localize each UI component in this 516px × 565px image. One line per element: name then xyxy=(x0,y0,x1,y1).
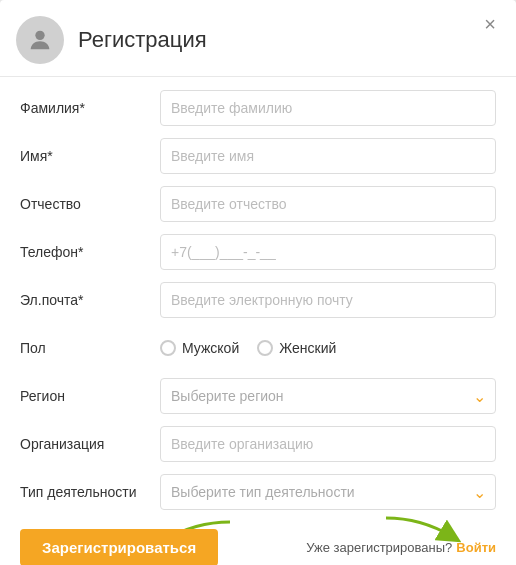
svg-point-0 xyxy=(35,31,44,40)
organization-input[interactable] xyxy=(160,426,496,462)
close-button[interactable]: × xyxy=(478,12,502,36)
gender-row: Пол Мужской Женский xyxy=(20,327,496,369)
region-select-wrapper: Выберите регион ⌄ xyxy=(160,378,496,414)
modal-header: Регистрация × xyxy=(0,0,516,77)
activity-row: Тип деятельности Выберите тип деятельнос… xyxy=(20,471,496,513)
region-label: Регион xyxy=(20,388,160,404)
gender-female-option[interactable]: Женский xyxy=(257,340,336,356)
gender-female-label: Женский xyxy=(279,340,336,356)
gender-male-option[interactable]: Мужской xyxy=(160,340,239,356)
email-input[interactable] xyxy=(160,282,496,318)
patronymic-row: Отчество xyxy=(20,183,496,225)
gender-male-label: Мужской xyxy=(182,340,239,356)
phone-row: Телефон* xyxy=(20,231,496,273)
email-row: Эл.почта* xyxy=(20,279,496,321)
modal-title: Регистрация xyxy=(78,27,207,53)
gender-female-radio[interactable] xyxy=(257,340,273,356)
patronymic-label: Отчество xyxy=(20,196,160,212)
organization-label: Организация xyxy=(20,436,160,452)
gender-male-radio[interactable] xyxy=(160,340,176,356)
firstname-label: Имя* xyxy=(20,148,160,164)
avatar xyxy=(16,16,64,64)
gender-label: Пол xyxy=(20,340,160,356)
patronymic-input[interactable] xyxy=(160,186,496,222)
user-icon xyxy=(26,26,54,54)
organization-row: Организация xyxy=(20,423,496,465)
login-link[interactable]: Войти xyxy=(456,540,496,555)
modal-footer: Зарегистрироваться Уже зарегистрированы?… xyxy=(0,519,516,565)
region-row: Регион Выберите регион ⌄ xyxy=(20,375,496,417)
activity-select-wrapper: Выберите тип деятельности ⌄ xyxy=(160,474,496,510)
activity-label: Тип деятельности xyxy=(20,484,160,500)
surname-input[interactable] xyxy=(160,90,496,126)
register-button[interactable]: Зарегистрироваться xyxy=(20,529,218,565)
region-select[interactable]: Выберите регион xyxy=(160,378,496,414)
gender-group: Мужской Женский xyxy=(160,340,496,356)
phone-input[interactable] xyxy=(160,234,496,270)
surname-label: Фамилия* xyxy=(20,100,160,116)
surname-row: Фамилия* xyxy=(20,87,496,129)
firstname-row: Имя* xyxy=(20,135,496,177)
firstname-input[interactable] xyxy=(160,138,496,174)
email-label: Эл.почта* xyxy=(20,292,160,308)
registration-modal: Регистрация × Фамилия* Имя* Отчество Тел… xyxy=(0,0,516,565)
activity-select[interactable]: Выберите тип деятельности xyxy=(160,474,496,510)
phone-label: Телефон* xyxy=(20,244,160,260)
arrow-right-icon xyxy=(381,508,461,548)
form-body: Фамилия* Имя* Отчество Телефон* Эл.почта… xyxy=(0,77,516,513)
